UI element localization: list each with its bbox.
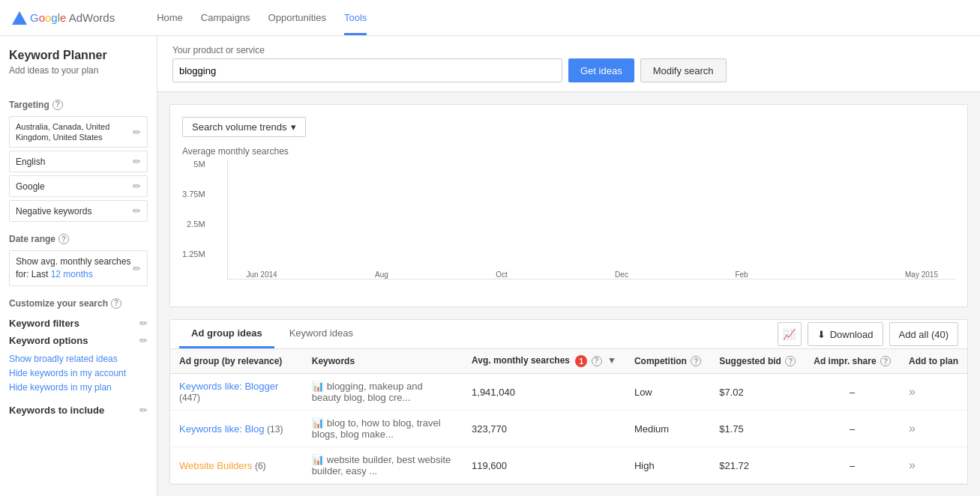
col-add-to-plan: Add to plan	[900, 349, 967, 374]
network-edit-icon[interactable]: ✏	[133, 181, 141, 192]
date-range-edit-icon[interactable]: ✏	[133, 263, 141, 274]
nav-opportunities[interactable]: Opportunities	[268, 0, 326, 35]
keyword-trend-icon[interactable]: 📊	[312, 417, 324, 429]
tab-ad-group-ideas[interactable]: Ad group ideas	[179, 320, 274, 348]
ad-group-link[interactable]: Website Builders	[179, 460, 252, 471]
date-range-help-icon[interactable]: ?	[58, 234, 69, 244]
date-range-item[interactable]: Show avg. monthly searches for: Last 12 …	[9, 250, 148, 286]
chart-view-button[interactable]: 📈	[778, 322, 802, 346]
logo-area: Google AdWords	[12, 11, 139, 25]
sidebar-title: Keyword Planner	[9, 48, 148, 64]
add-to-plan-arrow[interactable]: »	[909, 422, 916, 435]
add-to-plan-cell: »	[900, 374, 967, 411]
keywords-to-include-label: Keywords to include	[9, 405, 104, 416]
ad-group-count: (6)	[255, 461, 266, 471]
ad-impr-share-cell: –	[805, 374, 900, 411]
table-section: Ad group ideas Keyword ideas 📈 ⬇ Downloa…	[169, 319, 968, 485]
nav-home[interactable]: Home	[157, 0, 183, 35]
chart-bars: Jun 2014AugOctDecFebMay 2015	[227, 160, 955, 279]
sort-down-arrow-icon: ▼	[607, 355, 616, 366]
ad-group-count: (13)	[267, 424, 283, 435]
add-all-button[interactable]: Add all (40)	[889, 322, 958, 346]
keyword-options-label: Keyword options	[9, 335, 88, 346]
chart-bar-2: Aug	[354, 267, 409, 279]
nav-tools[interactable]: Tools	[344, 0, 367, 35]
add-to-plan-arrow[interactable]: »	[909, 459, 916, 471]
suggested-bid-cell: $21.72	[710, 447, 805, 484]
date-range-text: Show avg. monthly searches for: Last 12 …	[16, 255, 133, 281]
add-to-plan-arrow[interactable]: »	[909, 385, 916, 398]
keyword-trend-icon[interactable]: 📊	[312, 381, 324, 392]
customize-help-icon[interactable]: ?	[111, 298, 121, 309]
hide-keywords-account[interactable]: Hide keywords in my account	[9, 366, 148, 381]
y-label-375m: 3.75M	[182, 190, 210, 199]
chart-bar-9	[774, 276, 829, 279]
competition-cell: Medium	[625, 411, 710, 447]
download-icon: ⬇	[817, 329, 826, 340]
broadly-related-ideas[interactable]: Show broadly related ideas	[9, 352, 148, 366]
keyword-trend-icon[interactable]: 📊	[312, 454, 324, 465]
keyword-options-edit-icon[interactable]: ✏	[139, 335, 148, 346]
keywords-cell: 📊blog to, how to blog, travel blogs, blo…	[303, 411, 463, 447]
ad-impr-help-icon[interactable]: ?	[880, 356, 891, 366]
language-edit-icon[interactable]: ✏	[133, 156, 141, 167]
adwords-wordmark: AdWords	[66, 11, 115, 24]
chart-section: Search volume trends ▾ Average monthly s…	[169, 104, 968, 307]
chart-dropdown-button[interactable]: Search volume trends ▾	[182, 117, 306, 137]
chart-bar-7	[654, 276, 709, 279]
keywords-to-include-item[interactable]: Keywords to include ✏	[9, 405, 148, 416]
hide-keywords-plan[interactable]: Hide keywords in my plan	[9, 381, 148, 395]
competition-cell: High	[625, 447, 710, 484]
ad-group-count: (447)	[179, 393, 200, 403]
download-button[interactable]: ⬇ Download	[808, 322, 883, 346]
get-ideas-button[interactable]: Get ideas	[568, 58, 634, 82]
table-row: Keywords like: Blog (13)📊blog to, how to…	[170, 411, 967, 447]
search-bar-area: Your product or service Get ideas Modify…	[157, 36, 980, 92]
avg-monthly-cell: 119,600	[463, 447, 625, 484]
targeting-group: Targeting ? Australia, Canada, United Ki…	[0, 100, 157, 223]
date-range-label: Date range ?	[9, 234, 148, 244]
content-area: Your product or service Get ideas Modify…	[157, 36, 980, 496]
add-to-plan-cell: »	[900, 411, 967, 447]
chart-bar-8: Feb	[714, 267, 769, 279]
chart-y-axis-label: Average monthly searches	[182, 146, 955, 157]
competition-help-icon[interactable]: ?	[691, 356, 701, 366]
avg-monthly-cell: 1,941,040	[463, 374, 625, 411]
targeting-countries-item[interactable]: Australia, Canada, United Kingdom, Unite…	[9, 116, 148, 148]
avg-monthly-help-icon[interactable]: ?	[592, 356, 602, 366]
targeting-network-item[interactable]: Google ✏	[9, 175, 148, 197]
sidebar-header: Keyword Planner Add ideas to your plan	[0, 48, 157, 88]
main-layout: Keyword Planner Add ideas to your plan T…	[0, 36, 980, 496]
negative-edit-icon[interactable]: ✏	[133, 205, 141, 217]
keyword-filters-edit-icon[interactable]: ✏	[139, 318, 148, 329]
targeting-help-icon[interactable]: ?	[52, 100, 63, 110]
modify-search-button[interactable]: Modify search	[640, 58, 727, 82]
ad-impr-share-cell: –	[805, 447, 900, 484]
ad-group-link[interactable]: Keywords like: Blog	[179, 423, 264, 435]
main-nav: Home Campaigns Opportunities Tools	[157, 0, 367, 35]
chart-bar-3	[414, 276, 469, 279]
col-avg-monthly[interactable]: Avg. monthly searches 1 ? ▼	[463, 349, 625, 374]
chart-bar-10	[834, 276, 889, 279]
tab-keyword-ideas[interactable]: Keyword ideas	[277, 320, 365, 348]
keyword-filters-item[interactable]: Keyword filters ✏	[9, 318, 148, 329]
suggested-bid-cell: $7.02	[710, 374, 805, 411]
product-service-input[interactable]	[172, 58, 562, 82]
suggested-bid-help-icon[interactable]: ?	[785, 356, 796, 366]
chart-bar-1	[294, 276, 349, 279]
targeting-negative-item[interactable]: Negative keywords ✏	[9, 200, 148, 222]
customize-section: Customize your search ? Keyword filters …	[0, 298, 157, 416]
countries-edit-icon[interactable]: ✏	[133, 127, 141, 138]
bar-label-8: Feb	[735, 270, 748, 279]
google-triangle-icon	[12, 11, 27, 25]
y-label-125m: 1.25M	[182, 249, 210, 258]
ad-group-link[interactable]: Keywords like: Blogger	[179, 381, 278, 392]
chart-icon: 📈	[783, 328, 796, 340]
targeting-language-item[interactable]: English ✏	[9, 151, 148, 172]
nav-campaigns[interactable]: Campaigns	[201, 0, 250, 35]
keyword-options-item[interactable]: Keyword options ✏	[9, 335, 148, 346]
date-range-group: Date range ? Show avg. monthly searches …	[0, 234, 157, 286]
keywords-include-edit-icon[interactable]: ✏	[139, 405, 148, 416]
chart-bar-11: May 2015	[894, 267, 949, 279]
date-range-link[interactable]: 12 months	[51, 269, 93, 279]
